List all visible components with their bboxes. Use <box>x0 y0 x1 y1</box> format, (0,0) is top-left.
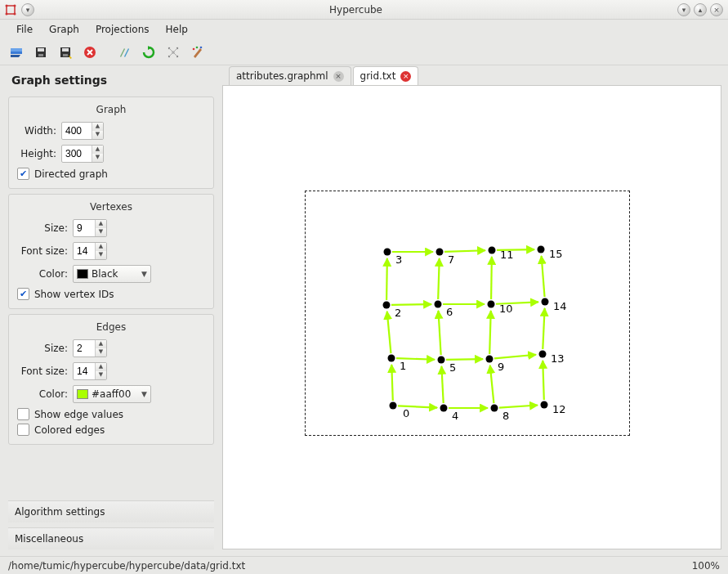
svg-point-21 <box>200 46 203 48</box>
colorize-button[interactable] <box>188 43 208 62</box>
vertex-size-input[interactable] <box>74 222 95 234</box>
height-up[interactable]: ▲ <box>92 146 103 154</box>
width-spinner[interactable]: ▲▼ <box>61 122 104 140</box>
height-input[interactable] <box>62 148 92 159</box>
edge-font-up[interactable]: ▲ <box>96 363 106 371</box>
menu-projections[interactable]: Projections <box>87 21 158 38</box>
svg-line-44 <box>444 250 485 252</box>
miscellaneous-accordion[interactable]: Miscellaneous <box>8 527 214 549</box>
vertex-size-spinner[interactable]: ▲▼ <box>73 219 107 237</box>
svg-line-38 <box>446 359 483 360</box>
svg-text:2: 2 <box>395 307 401 319</box>
tab-grid[interactable]: grid.txt × <box>353 66 419 85</box>
window-close-button[interactable]: × <box>710 3 723 16</box>
width-input[interactable] <box>62 125 92 137</box>
edge-font-input[interactable] <box>74 365 95 377</box>
reload-button[interactable] <box>139 43 159 62</box>
menu-graph[interactable]: Graph <box>41 21 87 38</box>
width-up[interactable]: ▲ <box>92 123 103 131</box>
vertex-color-swatch <box>77 269 88 279</box>
window-menu-button[interactable]: ▾ <box>21 3 34 16</box>
svg-text:9: 9 <box>498 361 504 373</box>
edge-font-down[interactable]: ▼ <box>96 371 106 379</box>
svg-text:14: 14 <box>553 300 567 312</box>
height-down[interactable]: ▼ <box>92 154 103 162</box>
edge-size-down[interactable]: ▼ <box>96 348 106 357</box>
save-as-button[interactable] <box>56 43 75 62</box>
vertex-size-label: Size: <box>17 222 68 234</box>
vertex-size-down[interactable]: ▼ <box>96 228 106 236</box>
sidebar: Graph settings Graph Width: ▲▼ Height: ▲… <box>0 65 222 556</box>
close-file-button[interactable] <box>80 43 100 62</box>
edge-font-spinner[interactable]: ▲▼ <box>73 362 107 380</box>
edge-size-up[interactable]: ▲ <box>96 340 106 348</box>
edge-size-input[interactable] <box>74 343 95 354</box>
svg-rect-8 <box>38 48 44 52</box>
app-icon <box>5 4 16 16</box>
menu-file[interactable]: File <box>8 21 41 38</box>
graph-svg: 0123456789101112131415 <box>305 191 630 436</box>
svg-text:5: 5 <box>449 361 456 374</box>
transform-button[interactable] <box>114 43 134 62</box>
tab-label: grid.txt <box>360 70 396 82</box>
menu-help[interactable]: Help <box>158 21 196 38</box>
save-button[interactable] <box>31 43 51 62</box>
svg-point-4 <box>14 12 16 15</box>
window-maximize-button[interactable]: ▴ <box>694 3 707 16</box>
open-button[interactable] <box>7 43 26 62</box>
close-icon[interactable]: × <box>333 71 344 82</box>
edge-font-label: Font size: <box>17 365 68 377</box>
status-zoom: 100% <box>692 560 720 572</box>
width-down[interactable]: ▼ <box>92 131 103 139</box>
svg-text:12: 12 <box>552 403 566 415</box>
show-edge-values-checkbox[interactable] <box>17 408 29 420</box>
svg-rect-0 <box>7 6 15 14</box>
svg-point-70 <box>541 401 548 409</box>
window-minimize-button[interactable]: ▾ <box>677 3 690 16</box>
svg-line-40 <box>391 304 431 305</box>
main-area: Graph settings Graph Width: ▲▼ Height: ▲… <box>0 65 728 556</box>
canvas[interactable]: 0123456789101112131415 <box>222 85 721 549</box>
svg-line-27 <box>438 258 440 299</box>
vertex-font-spinner[interactable]: ▲▼ <box>73 242 107 260</box>
edge-size-spinner[interactable]: ▲▼ <box>73 339 107 357</box>
tab-label: attributes.graphml <box>236 70 328 82</box>
svg-point-60 <box>436 249 444 256</box>
svg-line-28 <box>490 365 494 403</box>
height-spinner[interactable]: ▲▼ <box>61 145 104 163</box>
vertex-font-input[interactable] <box>74 245 95 257</box>
vertex-font-down[interactable]: ▼ <box>96 251 106 259</box>
svg-point-20 <box>196 46 199 48</box>
svg-text:6: 6 <box>446 306 453 318</box>
svg-text:0: 0 <box>403 407 409 419</box>
tab-attributes[interactable]: attributes.graphml × <box>229 66 351 85</box>
svg-line-39 <box>494 355 536 359</box>
svg-text:13: 13 <box>551 352 565 365</box>
edge-color-combo[interactable]: #aaff00 ▼ <box>73 385 151 403</box>
menubar: File Graph Projections Help <box>0 20 728 39</box>
svg-text:8: 8 <box>502 410 509 422</box>
vertex-font-up[interactable]: ▲ <box>96 243 106 251</box>
svg-point-2 <box>14 4 16 7</box>
colored-edges-label: Colored edges <box>34 424 105 436</box>
vertex-size-up[interactable]: ▲ <box>96 220 106 228</box>
svg-line-29 <box>489 311 491 354</box>
vertex-color-label: Color: <box>17 268 68 280</box>
svg-line-30 <box>491 257 492 299</box>
vertex-color-combo[interactable]: Black ▼ <box>73 265 151 283</box>
svg-text:1: 1 <box>400 360 406 372</box>
svg-point-66 <box>488 301 495 308</box>
status-path: /home/tumic/hypercube/hypercube/data/gri… <box>8 560 245 572</box>
show-vertex-ids-checkbox[interactable]: ✔ <box>17 288 29 300</box>
svg-line-26 <box>438 311 440 355</box>
close-icon[interactable]: × <box>400 71 411 82</box>
svg-point-74 <box>542 298 549 306</box>
svg-point-58 <box>435 301 442 308</box>
titlebar: ▾ Hypercube ▾ ▴ × <box>0 0 728 20</box>
directed-checkbox[interactable]: ✔ <box>17 168 29 180</box>
algorithm-settings-accordion[interactable]: Algorithm settings <box>8 500 214 522</box>
svg-line-24 <box>386 258 387 300</box>
svg-point-56 <box>438 357 445 364</box>
colored-edges-checkbox[interactable] <box>17 424 29 436</box>
layout-button[interactable] <box>163 43 183 62</box>
